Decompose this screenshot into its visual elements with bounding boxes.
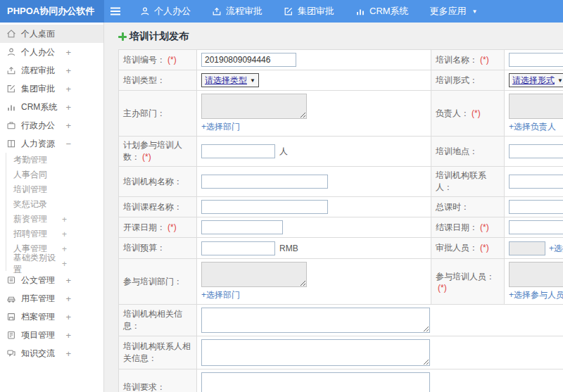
field-label: 负责人： bbox=[436, 108, 469, 118]
required-mark: (*) bbox=[480, 55, 489, 65]
start-date-input[interactable] bbox=[201, 220, 283, 234]
course-name-input[interactable] bbox=[201, 200, 328, 214]
total-hours-input[interactable] bbox=[509, 200, 563, 214]
project-icon bbox=[6, 330, 16, 340]
join-dept-textarea[interactable] bbox=[201, 262, 307, 287]
expand-toggle[interactable]: + bbox=[65, 120, 71, 131]
sidebar-item-personal-desktop[interactable]: 个人桌面 bbox=[0, 25, 103, 43]
expand-toggle[interactable]: + bbox=[65, 102, 71, 113]
sidebar-item-label: 培训管理 bbox=[13, 184, 47, 196]
sidebar-item-label: 人事合同 bbox=[13, 169, 47, 181]
field-label-cell: 培训机构名称： bbox=[119, 167, 197, 197]
select-approver-link[interactable]: +选择审批人员 bbox=[549, 243, 563, 255]
sidebar-subitem-recruit[interactable]: 招聘管理 + bbox=[6, 227, 103, 241]
nav-label: 流程审批 bbox=[226, 5, 262, 18]
sidebar-item-admin-office[interactable]: 行政办公 + bbox=[0, 116, 103, 134]
sidebar-item-label: 用车管理 bbox=[21, 293, 55, 305]
field-label: 结课日期： bbox=[436, 222, 478, 232]
page-title: 培训计划发布 bbox=[129, 30, 189, 43]
sidebar-item-label: 知识交流 bbox=[21, 348, 55, 360]
sidebar-subitem-rewards[interactable]: 奖惩记录 bbox=[6, 197, 103, 212]
training-mode-select[interactable]: 请选择形式▼ bbox=[509, 73, 563, 87]
collapse-toggle[interactable]: − bbox=[65, 139, 71, 149]
bar-chart-icon bbox=[6, 102, 16, 112]
org-name-input[interactable] bbox=[201, 175, 328, 189]
field-label: 总课时： bbox=[436, 202, 469, 212]
sidebar-item-label: 招聘管理 bbox=[13, 228, 47, 240]
training-type-select[interactable]: 请选择类型▼ bbox=[201, 73, 259, 87]
expand-toggle[interactable]: + bbox=[65, 47, 71, 58]
sidebar-item-flow-approval[interactable]: 流程审批 + bbox=[0, 61, 103, 80]
field-label-cell: 培训编号：(*) bbox=[119, 50, 197, 70]
sidebar-item-label: 档案管理 bbox=[21, 311, 55, 323]
expand-toggle[interactable]: + bbox=[65, 348, 71, 359]
expand-toggle[interactable]: + bbox=[65, 275, 71, 286]
expand-toggle[interactable]: + bbox=[65, 65, 71, 76]
org-contact-info-textarea[interactable] bbox=[201, 339, 430, 366]
field-label-cell: 结课日期：(*) bbox=[431, 217, 505, 238]
org-info-textarea[interactable] bbox=[201, 308, 430, 333]
sidebar-item-archive[interactable]: 档案管理 + bbox=[0, 308, 103, 326]
budget-input[interactable] bbox=[201, 241, 275, 255]
sidebar-subitem-base-category[interactable]: 基础类别设置 + bbox=[6, 256, 103, 271]
join-people-textarea[interactable] bbox=[509, 262, 563, 287]
nav-label: 更多应用 bbox=[430, 5, 467, 18]
form-row-org-info: 培训机构相关信息： bbox=[119, 305, 563, 336]
field-label-cell: 计划参与培训人数：(*) bbox=[119, 137, 197, 167]
nav-group-approval[interactable]: 集团审批 bbox=[273, 0, 345, 23]
host-dept-textarea[interactable] bbox=[201, 94, 307, 119]
car-icon bbox=[6, 293, 16, 303]
end-date-input[interactable] bbox=[509, 220, 563, 234]
select-join-people-link[interactable]: +选择参与人员 bbox=[509, 289, 563, 301]
requirement-textarea[interactable] bbox=[201, 372, 430, 392]
sidebar-item-hr[interactable]: 人力资源 − bbox=[0, 134, 103, 153]
field-label: 培训机构相关信息： bbox=[123, 309, 182, 331]
sidebar-item-group-approval[interactable]: 集团审批 + bbox=[0, 80, 103, 98]
person-icon bbox=[6, 47, 16, 57]
expand-toggle[interactable]: + bbox=[65, 330, 71, 341]
sidebar-item-personal-office[interactable]: 个人办公 + bbox=[0, 43, 103, 61]
sidebar-subitem-hr-contract[interactable]: 人事合同 bbox=[6, 167, 103, 182]
expand-toggle[interactable]: + bbox=[65, 84, 71, 94]
nav-personal-office[interactable]: 个人办公 bbox=[129, 0, 201, 23]
app-window: PHPOA协同办公软件 个人办公 流程审批 集团审批 CRM系统 bbox=[0, 0, 563, 392]
form-row-org-contact-info: 培训机构联系人相关信息： bbox=[119, 336, 563, 369]
select-join-dept-link[interactable]: +选择部门 bbox=[201, 289, 240, 301]
expand-toggle[interactable]: + bbox=[65, 293, 71, 304]
training-plan-form: 培训编号：(*) 培训名称：(*) 培训类型： 请选择类型▼ 培训形式： 请选择… bbox=[118, 49, 563, 392]
sidebar-item-crm[interactable]: CRM系统 + bbox=[0, 98, 103, 116]
training-code-input[interactable] bbox=[201, 53, 296, 67]
expand-toggle[interactable]: + bbox=[62, 229, 67, 239]
approver-input[interactable] bbox=[509, 241, 545, 255]
hamburger-menu-icon[interactable] bbox=[110, 6, 121, 16]
sidebar-item-vehicle[interactable]: 用车管理 + bbox=[0, 289, 103, 308]
required-mark: (*) bbox=[480, 243, 489, 253]
required-mark: (*) bbox=[472, 108, 481, 118]
field-label: 培训类型： bbox=[123, 75, 165, 85]
select-dept-link[interactable]: +选择部门 bbox=[201, 121, 240, 133]
sidebar-subitem-attendance[interactable]: 考勤管理 bbox=[6, 153, 103, 167]
org-contact-input[interactable] bbox=[509, 175, 563, 189]
sidebar-item-project[interactable]: 项目管理 + bbox=[0, 326, 103, 344]
leader-textarea[interactable] bbox=[509, 94, 563, 119]
location-input[interactable] bbox=[509, 144, 563, 158]
nav-flow-approval[interactable]: 流程审批 bbox=[201, 0, 273, 23]
home-icon bbox=[6, 29, 16, 39]
sidebar-subitem-training[interactable]: 培训管理 bbox=[6, 182, 103, 197]
expand-toggle[interactable]: + bbox=[65, 312, 71, 322]
nav-crm-system[interactable]: CRM系统 bbox=[345, 0, 419, 23]
select-leader-link[interactable]: +选择负责人 bbox=[509, 121, 556, 133]
expand-toggle[interactable]: + bbox=[62, 244, 67, 254]
planned-count-input[interactable] bbox=[201, 144, 275, 158]
field-label-cell: 培训名称：(*) bbox=[431, 50, 505, 70]
flow-upload-icon bbox=[212, 6, 222, 16]
briefcase-icon bbox=[6, 120, 16, 130]
field-label: 培训机构联系人相关信息： bbox=[123, 341, 191, 363]
training-name-input[interactable] bbox=[509, 53, 563, 67]
sidebar-item-label: 行政办公 bbox=[21, 120, 55, 132]
expand-toggle[interactable]: + bbox=[62, 259, 67, 269]
nav-more-apps[interactable]: 更多应用 ▼ bbox=[419, 0, 488, 23]
expand-toggle[interactable]: + bbox=[62, 215, 67, 225]
sidebar-item-knowledge[interactable]: 知识交流 + bbox=[0, 344, 103, 362]
sidebar-subitem-salary[interactable]: 薪资管理 + bbox=[6, 212, 103, 227]
